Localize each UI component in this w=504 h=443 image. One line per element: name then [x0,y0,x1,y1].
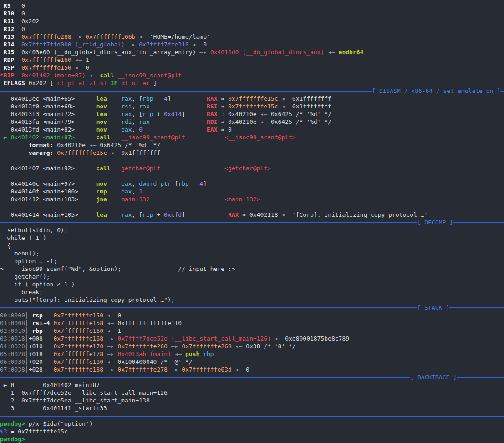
text-segment: 3 0x401141 _start+33 [0,405,107,412]
text-segment [150,118,207,125]
terminal-line: 02:0010│ rbp 0x7fffffffe160 ◂— 1 [0,327,504,335]
text-segment: 1 0x7ffff7dce52e __libc_start_call_main+… [0,389,168,396]
text-segment: —▸ [168,366,182,373]
text-segment: ⇒ [217,118,228,125]
text-segment: 1 [117,327,121,334]
text-segment: 02:0010│ [0,327,29,334]
text-segment: R15 [0,49,21,56]
text-segment: 0x7fffffffe170 [53,343,103,350]
terminal-line: 1 0x7ffff7dce52e __libc_start_call_main+… [0,389,504,397]
terminal-line: R14 0x7ffff7ffd000 (_rtld_global) —▸ 0x7… [0,41,504,48]
text-segment: > __isoc99_scanf("%d", &option); // inpu… [0,265,235,272]
text-segment: 0x7fffffffe150 [53,312,103,319]
separator-line [457,377,504,378]
text-segment: pwndbg> [0,436,29,443]
text-segment: rdi [121,118,132,125]
text-segment: cmp [96,188,121,195]
disasm-section-header: [ DISASM / x86-64 / set emulate on ] [0,87,504,95]
text-segment: 0x7fffffffe160 [53,327,103,334]
text-segment: 0x401402 <main+87> [10,134,75,141]
text-segment: 0x4013ec <main+65> [0,95,96,102]
text-segment: 0x40140c <main+97> [0,180,96,187]
text-segment: ◂— [86,72,100,79]
text-segment: 0x7fffffffe188 [53,366,103,373]
text-segment: ◂— [232,366,246,373]
text-segment: +020 [29,358,54,365]
backtrace-section-header: [ BACKTRACE ] [0,373,504,381]
text-segment: +028 [29,366,54,373]
text-segment: rbp [178,180,188,187]
terminal-line [0,203,504,211]
text-segment: 01:0008│ [0,320,29,326]
text-segment: __isoc99_scanf@plt [121,134,185,141]
terminal-line: 0x4013f3 <main+72> lea rax, [rip + 0xd14… [0,110,504,118]
text-segment: <main+132> [224,196,260,203]
text-segment: mov [96,118,121,125]
text-segment: 0x7ffff7ffd000 (_rtld_global) [21,41,125,48]
text-segment: ◂— [103,320,117,326]
text-segment: 0xe80001875be8c789 [285,335,349,342]
terminal-line: format: 0x40210e ◂— 0x6425 /* '%d' */ [0,141,504,149]
text-segment: 07:0038│ [0,366,29,373]
terminal-line: setbuf(stdin, 0); [0,226,504,234]
text-segment: RSI [207,103,217,110]
text-segment: 0x7fffffffe260 [117,343,168,350]
text-segment: 0 [21,10,25,17]
text-segment: RBP [0,56,21,63]
text-segment: ◂— [135,33,149,40]
text-segment: if ( option ≠ 1 ) [0,281,75,288]
text-segment: R13 [0,33,21,40]
text-segment: 0 [203,41,207,48]
text-segment: 1 [86,56,89,63]
text-segment: call [100,72,117,79]
debugger-screen: R9 0 R10 0 R11 0x202 R12 0 R13 0x7ffffff… [0,0,504,443]
text-segment: <__isoc99_scanf@plt> [224,134,296,141]
terminal-line: 0x401407 <main+92> call getchar@plt <get… [0,164,504,172]
terminal-line [0,157,504,164]
decomp-section-title: [ DECOMP ] [417,219,453,226]
text-segment: lea [96,211,121,218]
text-segment: —▸ [196,49,210,56]
separator-line [449,307,504,308]
text-segment: __isoc99_scanf@plt [117,72,182,79]
text-segment: 0x4013ab (main) [117,351,171,357]
text-segment: 0 [21,2,25,9]
separator-line [453,222,504,223]
text-segment: $3 [0,428,7,435]
text-segment [0,142,29,148]
text-segment: 0x401407 <main+92> [0,165,96,172]
text-segment: ◂— [278,103,292,110]
text-segment: rsp [29,312,54,319]
text-segment: 0x7fffffffe160 [21,56,71,63]
terminal-line: R15 0x403e00 (__do_global_dtors_aux_fini… [0,48,504,56]
text-segment: 06:0030│ [0,358,29,365]
text-segment: <getchar@plt> [224,165,271,172]
text-segment: ] [168,95,207,102]
terminal-line: while ( 1 ) [0,234,504,242]
text-segment: 'HOME=/home/lamb' [150,33,210,40]
backtrace-section-title: [ BACKTRACE ] [410,373,457,381]
terminal-line: ► 0x401402 <main+87> call __isoc99_scanf… [0,133,504,141]
text-segment: 0x7fffffffe63d [182,366,232,373]
separator-line [500,91,504,92]
text-segment: 03:0018│ [0,335,29,342]
terminal-line: R9 0 [0,2,504,10]
separator-line [0,377,410,378]
text-segment: vararg: [29,149,54,156]
text-segment: 0x100400040 /* '@' */ [117,358,192,365]
text-segment: 0x7fffffffe168 [53,335,103,342]
text-segment: 4 [164,95,168,102]
terminal-line: menu(); [0,250,504,257]
terminal-line: pwndbg> p/x $ida("option") [0,420,504,428]
terminal-line: R10 0 [0,10,504,17]
text-segment: 0x202 [21,18,39,25]
text-segment: ] [182,111,207,117]
command-input-area[interactable]: pwndbg> p/x $ida("option")$3 = 0x7ffffff… [0,420,504,443]
text-segment: lea [96,111,121,117]
text-segment: , [132,180,139,187]
stack-panel: 00:0000│ rsp 0x7fffffffe150 ◂— 001:0008│… [0,311,504,373]
text-segment: , [ [132,111,143,117]
text-segment: 0 [86,64,89,71]
text-segment: ◂— [107,149,121,156]
text-segment: 0x4013f0 <main+69> [0,103,96,110]
